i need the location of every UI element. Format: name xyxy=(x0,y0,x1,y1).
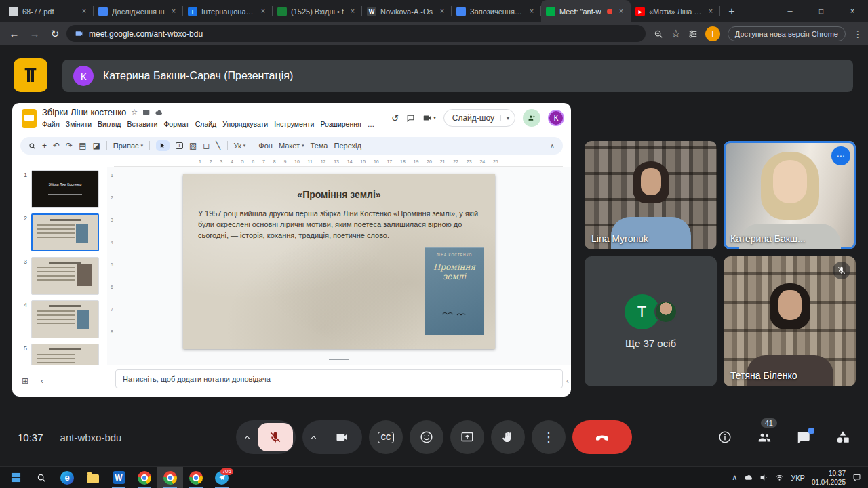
browser-tab[interactable]: і Інтернаціоналіз × xyxy=(183,0,273,22)
menu-item[interactable]: Розширення xyxy=(320,120,361,128)
transition-button[interactable]: Перехід xyxy=(334,142,361,150)
taskbar-chrome-icon[interactable] xyxy=(132,467,157,488)
taskbar-chrome-icon[interactable] xyxy=(183,467,209,488)
comments-icon[interactable] xyxy=(406,114,415,123)
text-box-icon[interactable]: T xyxy=(176,142,183,149)
slide-thumbnail[interactable]: 3 xyxy=(19,257,107,295)
current-slide[interactable]: «Проміння землі» У 1957 році вийшла друк… xyxy=(183,174,495,349)
slideshow-button[interactable]: Слайд-шоу ▾ xyxy=(443,109,515,127)
insert-shape-icon[interactable]: ◻ xyxy=(203,142,210,150)
camera-button[interactable] xyxy=(324,423,359,451)
slides-account-avatar[interactable]: К xyxy=(548,110,564,126)
reactions-button[interactable] xyxy=(410,420,443,454)
menu-item[interactable]: Змінити xyxy=(66,120,92,128)
taskbar-edge-icon[interactable]: e xyxy=(54,467,80,488)
tune-icon[interactable] xyxy=(688,29,698,39)
participant-tile-speaking[interactable]: ⋯ Катерина Бакш... xyxy=(724,141,856,249)
browser-menu-icon[interactable]: ⋮ xyxy=(853,28,863,39)
tab-close-icon[interactable]: × xyxy=(437,7,447,16)
taskbar-chrome-active-icon[interactable] xyxy=(157,467,183,488)
taskbar-search-icon[interactable] xyxy=(28,467,54,488)
slide-thumbnail[interactable]: 1 Збірки Ліни Костенко xyxy=(19,170,107,208)
toolbar-collapse-icon[interactable]: ∧ xyxy=(550,142,555,150)
paint-format-icon[interactable]: ◪ xyxy=(92,142,100,150)
grid-view-icon[interactable]: ⊞ xyxy=(22,376,28,386)
menu-item[interactable]: Формат xyxy=(163,120,189,128)
address-bar[interactable]: meet.google.com/ant-wbxo-bdu xyxy=(66,25,646,42)
chrome-update-chip[interactable]: Доступна нова версія Chrome xyxy=(728,26,846,41)
slide-thumbnail[interactable]: 5 xyxy=(19,344,107,365)
new-tab-button[interactable]: + xyxy=(723,3,741,20)
undo-icon[interactable]: ↶ xyxy=(53,142,60,150)
menu-item[interactable]: Вставити xyxy=(127,120,157,128)
slideshow-dropdown-icon[interactable]: ▾ xyxy=(500,115,515,121)
share-person-add-icon[interactable] xyxy=(523,109,540,127)
people-panel-button[interactable]: 41 xyxy=(757,430,772,445)
captions-button[interactable]: CC xyxy=(369,420,403,454)
tab-close-icon[interactable]: × xyxy=(706,7,715,16)
network-wifi-icon[interactable] xyxy=(775,473,784,482)
slide-thumbnail-selected[interactable]: 2 xyxy=(19,214,107,251)
action-center-icon[interactable] xyxy=(852,473,861,482)
present-button[interactable] xyxy=(450,420,484,454)
taskbar-word-icon[interactable]: W xyxy=(106,467,132,488)
tray-expand-icon[interactable]: ∧ xyxy=(732,473,737,482)
participant-tile[interactable]: Lina Myronuk xyxy=(585,141,717,249)
tab-close-icon[interactable]: × xyxy=(79,7,89,16)
mic-off-button[interactable] xyxy=(258,423,293,451)
collapse-filmstrip-icon[interactable]: ‹ xyxy=(41,376,43,386)
taskbar-clock[interactable]: 10:37 01.04.2025 xyxy=(812,469,846,487)
menu-item[interactable]: Вигляд xyxy=(98,120,121,128)
browser-tab[interactable]: Запозичення та × xyxy=(452,0,541,22)
menu-item[interactable]: Файл xyxy=(42,120,60,128)
insert-line-icon[interactable]: ╲ xyxy=(216,142,220,150)
taskbar-explorer-icon[interactable] xyxy=(80,467,106,488)
profile-avatar[interactable]: T xyxy=(705,26,720,41)
version-history-icon[interactable]: ↺ xyxy=(391,113,399,123)
participant-tile[interactable]: Тетяна Біленко xyxy=(724,256,856,386)
volume-icon[interactable] xyxy=(760,473,768,482)
tab-close-icon[interactable]: × xyxy=(348,7,357,16)
redo-icon[interactable]: ↷ xyxy=(66,142,73,150)
more-options-button[interactable]: ⋮ xyxy=(532,420,566,454)
taskbar-telegram-icon[interactable]: 705 xyxy=(209,467,235,488)
raise-hand-button[interactable] xyxy=(491,420,525,454)
onedrive-cloud-icon[interactable] xyxy=(744,473,753,482)
slide-body-text[interactable]: У 1957 році вийшла друком перша збірка Л… xyxy=(198,209,480,241)
speaker-notes[interactable]: Натисніть, щоб додати нотатки доповідача xyxy=(115,369,563,388)
slides-doc-title[interactable]: Збірки Ліни костенко xyxy=(42,107,126,117)
language-tool-dropdown[interactable]: Ук▾ xyxy=(234,142,246,150)
slide-thumbnail[interactable]: 4 xyxy=(19,300,107,338)
insert-image-icon[interactable]: ▨ xyxy=(189,142,197,150)
background-button[interactable]: Фон xyxy=(258,142,273,150)
search-menus-icon[interactable] xyxy=(28,142,36,150)
camera-options-chevron-icon[interactable] xyxy=(302,433,324,442)
shared-screen-slides[interactable]: Збірки Ліни костенко ☆ ФайлЗмінитиВигляд… xyxy=(12,103,571,396)
new-slide-icon[interactable]: + xyxy=(42,142,47,150)
zoom-fit-dropdown[interactable]: Припас▾ xyxy=(113,142,143,150)
slide-title[interactable]: «Проміння землі» xyxy=(183,189,495,200)
print-icon[interactable]: ▤ xyxy=(79,142,86,150)
menu-item[interactable]: Слайд xyxy=(195,120,217,128)
bookmark-star-icon[interactable]: ☆ xyxy=(671,27,680,40)
tab-close-icon[interactable]: × xyxy=(169,7,178,16)
layout-button[interactable]: Макет▾ xyxy=(279,142,304,150)
start-button[interactable] xyxy=(3,467,28,488)
menu-item[interactable]: Упорядкувати xyxy=(222,120,268,128)
back-button[interactable]: ← xyxy=(5,25,23,43)
chat-panel-button[interactable] xyxy=(796,430,811,445)
book-cover-image[interactable]: ЛІНА КОСТЕНКО Проміння землі xyxy=(425,247,484,336)
star-icon[interactable]: ☆ xyxy=(131,108,138,117)
window-close-button[interactable]: × xyxy=(837,0,868,22)
move-folder-icon[interactable] xyxy=(142,108,150,116)
meet-camera-icon[interactable]: ▾ xyxy=(422,113,436,123)
tab-close-icon[interactable]: × xyxy=(258,7,268,16)
tab-close-icon[interactable]: × xyxy=(616,7,626,16)
reload-button[interactable]: ↻ xyxy=(46,25,64,43)
window-minimize-button[interactable]: ─ xyxy=(774,0,806,22)
slide-canvas[interactable]: 12345678 «Проміння землі» У 1957 році ви… xyxy=(107,167,571,365)
browser-tab[interactable]: 68-77.pdf × xyxy=(4,0,94,22)
select-cursor-icon[interactable] xyxy=(156,140,170,151)
menu-item[interactable]: Інструменти xyxy=(274,120,314,128)
meeting-details-icon[interactable] xyxy=(717,430,732,445)
